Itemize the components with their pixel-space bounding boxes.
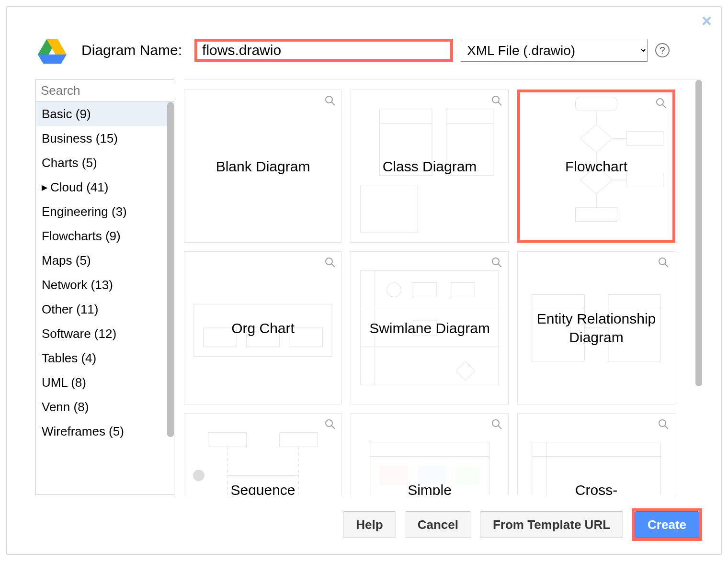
template-tile[interactable]: Org Chart	[184, 251, 342, 404]
template-tile[interactable]: Cross-	[517, 413, 675, 495]
template-label: Class Diagram	[379, 157, 481, 176]
category-label: Flowcharts (9)	[42, 229, 121, 244]
svg-rect-38	[413, 283, 437, 297]
category-item[interactable]: Maps (5)	[36, 248, 174, 273]
search-input[interactable]	[41, 83, 196, 98]
template-tile[interactable]: Swimlane Diagram	[351, 251, 509, 404]
svg-rect-17	[626, 132, 663, 146]
template-tile[interactable]: Simple	[351, 413, 509, 495]
dialog-footer: Help Cancel From Template URL Create	[7, 495, 721, 554]
category-label: Charts (5)	[42, 156, 97, 170]
create-button[interactable]: Create	[635, 511, 699, 538]
template-tile[interactable]: Flowchart	[517, 90, 675, 243]
diagram-name-label: Diagram Name:	[81, 42, 182, 58]
category-item[interactable]: Flowcharts (9)	[36, 224, 174, 248]
gallery-scrollbar-thumb[interactable]	[695, 80, 702, 386]
help-icon[interactable]: ?	[655, 43, 670, 57]
category-label: Maps (5)	[42, 253, 91, 268]
category-item[interactable]: Business (15)	[36, 126, 174, 151]
cancel-button[interactable]: Cancel	[405, 511, 471, 538]
category-item[interactable]: Software (12)	[36, 322, 174, 346]
category-list: Basic (9)Business (15)Charts (5)▶Cloud (…	[36, 102, 174, 494]
search-field[interactable]	[36, 80, 174, 102]
category-label: Engineering (3)	[42, 204, 127, 219]
category-item[interactable]: UML (8)	[36, 370, 174, 395]
template-label: Blank Diagram	[212, 157, 314, 176]
svg-point-5	[326, 96, 332, 103]
svg-rect-39	[451, 283, 475, 297]
category-item[interactable]: Engineering (3)	[36, 200, 174, 224]
category-label: Other (11)	[42, 302, 99, 317]
from-template-url-button[interactable]: From Template URL	[480, 511, 623, 538]
template-label: Swimlane Diagram	[365, 319, 494, 337]
template-label: Org Chart	[228, 319, 298, 337]
magnifier-icon[interactable]	[324, 95, 336, 108]
svg-rect-51	[208, 433, 247, 447]
diagram-name-input[interactable]	[194, 39, 453, 62]
category-item[interactable]: ▶Cloud (41)	[36, 175, 174, 200]
google-drive-icon	[35, 35, 69, 65]
template-label: Entity Relationship Diagram	[518, 309, 675, 347]
svg-point-37	[387, 283, 401, 297]
svg-rect-21	[626, 173, 663, 187]
help-button[interactable]: Help	[343, 511, 396, 538]
category-label: Wireframes (5)	[42, 424, 124, 439]
dialog-header: Diagram Name: XML File (.drawio) ?	[7, 7, 721, 79]
template-label: Simple	[404, 481, 455, 495]
svg-rect-24	[576, 208, 617, 222]
template-label: Sequence	[227, 481, 299, 495]
category-item[interactable]: Network (13)	[36, 273, 174, 297]
new-diagram-dialog: × Diagram Name: XML File (.drawio) ?	[6, 6, 722, 555]
category-label: UML (8)	[42, 375, 86, 390]
template-label: Flowchart	[561, 157, 631, 176]
expand-arrow-icon: ▶	[42, 183, 47, 192]
category-item[interactable]: Venn (8)	[36, 395, 174, 419]
template-category-sidebar: Basic (9)Business (15)Charts (5)▶Cloud (…	[35, 79, 174, 495]
category-item[interactable]: Other (11)	[36, 297, 174, 322]
category-label: Cloud (41)	[50, 180, 108, 195]
template-label: Cross-	[571, 481, 621, 495]
template-tile[interactable]: Blank Diagram	[184, 90, 342, 243]
category-label: Business (15)	[42, 131, 118, 146]
category-item[interactable]: Tables (4)	[36, 346, 174, 370]
category-label: Venn (8)	[42, 400, 89, 415]
category-label: Basic (9)	[42, 107, 91, 122]
category-item[interactable]: Wireframes (5)	[36, 419, 174, 444]
template-tile[interactable]: Class Diagram	[351, 90, 509, 243]
category-label: Tables (4)	[42, 351, 96, 366]
category-label: Network (13)	[42, 278, 113, 292]
svg-rect-63	[456, 466, 480, 485]
create-button-highlight: Create	[632, 508, 702, 541]
svg-rect-52	[280, 433, 318, 447]
sidebar-scrollbar-thumb[interactable]	[167, 102, 174, 437]
close-icon[interactable]: ×	[702, 12, 712, 30]
svg-line-6	[331, 102, 335, 105]
category-item[interactable]: Charts (5)	[36, 151, 174, 175]
template-tile[interactable]: Sequence	[184, 413, 342, 495]
svg-marker-16	[580, 124, 612, 152]
file-format-select[interactable]: XML File (.drawio)	[461, 39, 648, 62]
svg-marker-41	[456, 361, 475, 381]
template-gallery: Blank DiagramClass DiagramFlowchartOrg C…	[184, 79, 702, 495]
svg-rect-14	[576, 97, 617, 111]
category-label: Software (12)	[42, 326, 116, 341]
category-item[interactable]: Basic (9)	[36, 102, 174, 126]
svg-marker-2	[38, 55, 67, 64]
svg-rect-11	[361, 185, 418, 233]
dialog-body: Basic (9)Business (15)Charts (5)▶Cloud (…	[7, 79, 721, 495]
template-tile[interactable]: Entity Relationship Diagram	[517, 251, 675, 404]
svg-point-56	[193, 470, 205, 481]
